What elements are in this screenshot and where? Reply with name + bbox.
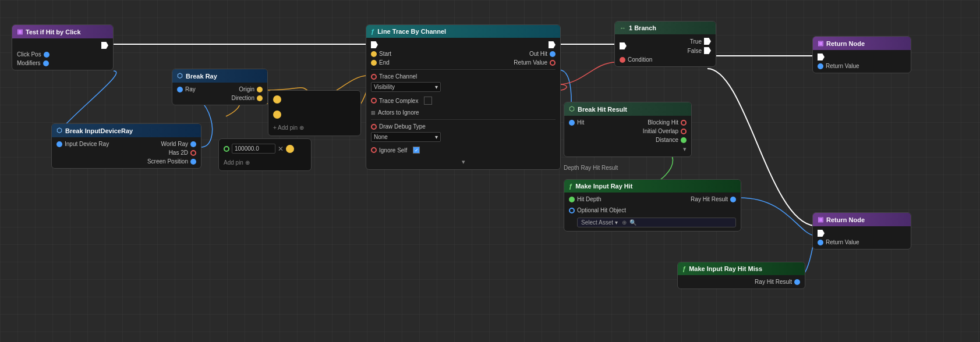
draw-debug-row: Draw Debug Type: [371, 123, 556, 130]
break-ray-header: ⬡ Break Ray: [172, 69, 267, 83]
trace-complex-row: Trace Complex: [371, 97, 556, 105]
modifiers-pin: Modifiers: [17, 60, 108, 66]
draw-debug-label: Draw Debug Type: [379, 123, 426, 130]
ray-in-pin: Ray Origin: [177, 86, 263, 92]
ray-label: Ray: [185, 86, 196, 92]
trace-channel-row: Trace Channel: [371, 73, 556, 80]
return-value-1-label: Return Value: [826, 63, 859, 69]
add-pin-label-2: Add pin ⊕: [224, 159, 250, 166]
break-ray-title: Break Ray: [186, 73, 217, 80]
select-asset-chevron: ▾: [615, 219, 618, 226]
add-pin-node-right: ✕ Add pin ⊕: [218, 138, 312, 171]
input-device-ray-pin: Input Device Ray World Ray: [56, 141, 196, 147]
return-value-1-pin: Return Value: [818, 63, 906, 69]
exec-out-dot: [101, 42, 108, 49]
return-value-dot-trace: [550, 60, 556, 66]
in-pin-2: [273, 111, 356, 119]
screen-pos-dot: [190, 159, 196, 165]
clear-value-icon[interactable]: ✕: [278, 145, 284, 153]
return-exec-in-1: [818, 54, 906, 60]
hit-depth-dot: [569, 197, 575, 202]
ignore-self-checkbox[interactable]: ✓: [413, 147, 420, 154]
initial-overlap-label: Initial Overlap: [643, 128, 678, 134]
return-node-1: ▣ Return Node Return Value: [812, 36, 911, 73]
select-asset-dropdown[interactable]: Select Asset ▾ ⊕ 🔍: [577, 218, 736, 227]
test-if-hit-header: ▣ Test if Hit by Click: [12, 25, 113, 38]
exec-in: [371, 41, 378, 48]
input-device-label: Input Device Ray: [65, 141, 109, 147]
world-ray-label: World Ray: [161, 141, 189, 147]
add-pin-node-left: + Add pin ⊕: [268, 90, 361, 136]
click-pos-label: Click Pos: [17, 51, 41, 58]
actors-grid-icon: ⊞: [371, 110, 376, 116]
optional-hit-label: Optional Hit Object: [577, 207, 626, 213]
trace-channel-label: Trace Channel: [379, 73, 417, 80]
make-input-miss-title: Make Input Ray Hit Miss: [689, 265, 762, 272]
exec-out-pin: [17, 42, 108, 49]
hit-depth-row: Hit Depth Ray Hit Result: [569, 196, 736, 202]
make-input-miss-node: ƒ Make Input Ray Hit Miss Ray Hit Result: [677, 262, 805, 289]
optional-hit-obj-pin: Optional Hit Object: [569, 207, 736, 213]
screen-pos-label: Screen Position: [147, 158, 188, 165]
draw-debug-value: None: [374, 134, 388, 140]
hit-label: Hit: [577, 119, 584, 126]
has-2d-dot: [190, 150, 196, 156]
value-input[interactable]: [232, 144, 275, 154]
line-trace-title: Line Trace By Channel: [377, 28, 446, 35]
condition-pin: Condition: [620, 56, 711, 63]
return-exec-dot-1: [818, 54, 825, 60]
make-input-miss-header: ƒ Make Input Ray Hit Miss: [678, 262, 805, 275]
draw-debug-chevron: ▾: [435, 134, 438, 140]
line-trace-expand[interactable]: ▾: [371, 158, 556, 166]
false-dot: [704, 47, 711, 54]
branch-exec-in: [620, 42, 627, 49]
hit-in-dot: [569, 120, 575, 126]
origin-label: Origin: [239, 86, 254, 92]
out-hit-label: Out Hit: [529, 51, 547, 57]
return-value-2-label: Return Value: [826, 239, 859, 245]
trace-channel-dropdown[interactable]: Visibility ▾: [371, 82, 441, 92]
hit-depth-label: Hit Depth: [577, 196, 602, 202]
modifiers-label: Modifiers: [17, 60, 41, 66]
draw-debug-dropdown[interactable]: None ▾: [371, 132, 441, 142]
add-pin-label-1: + Add pin ⊕: [273, 124, 304, 131]
world-ray-dot: [190, 141, 196, 147]
return-node-2-header: ▣ Return Node: [813, 213, 911, 226]
line-trace-node: ƒ Line Trace By Channel Start Out Hit En…: [366, 24, 561, 170]
distance-dot: [681, 137, 687, 143]
start-dot: [371, 51, 377, 57]
direction-pin: Direction: [177, 95, 263, 101]
return-value-2-dot: [818, 240, 823, 245]
ray-hit-result-dot: [730, 197, 736, 202]
ignore-self-label: Ignore Self: [379, 147, 407, 154]
test-if-hit-title: Test if Hit by Click: [26, 28, 81, 35]
select-asset-search[interactable]: 🔍: [629, 219, 636, 226]
distance-label: Distance: [656, 137, 678, 143]
click-pos-pin: Click Pos: [17, 51, 108, 58]
return-node-1-title: Return Node: [826, 40, 865, 47]
make-input-ray-hit-node: ƒ Make Input Ray Hit Hit Depth Ray Hit R…: [564, 179, 741, 231]
test-if-hit-node: ▣ Test if Hit by Click Click Pos Modifie…: [12, 24, 114, 70]
draw-debug-dot: [371, 124, 377, 130]
screen-pos-pin: Screen Position: [56, 158, 196, 165]
branch-node: ↔ 1 Branch True False Condition: [614, 21, 716, 67]
value-pin-row: ✕: [224, 144, 306, 154]
add-pin-button-2[interactable]: Add pin ⊕: [224, 159, 306, 166]
return-value-label-trace: Return Value: [514, 59, 547, 66]
direction-label: Direction: [232, 95, 254, 101]
trace-complex-checkbox[interactable]: [424, 97, 432, 105]
add-pin-button-1[interactable]: + Add pin ⊕: [273, 124, 356, 131]
select-asset-add[interactable]: ⊕: [622, 219, 627, 226]
in-dot-2: [273, 111, 281, 119]
make-input-ray-hit-header: ƒ Make Input Ray Hit: [564, 180, 741, 193]
ignore-self-dot: [371, 147, 377, 153]
break-hit-result-title: Break Hit Result: [578, 106, 627, 113]
initial-overlap-dot: [681, 129, 687, 134]
trace-channel-value: Visibility: [374, 84, 395, 90]
origin-dot: [257, 87, 263, 92]
start-label: Start: [379, 51, 391, 57]
return-node-2: ▣ Return Node Return Value: [812, 212, 911, 250]
trace-complex-label: Trace Complex: [379, 98, 418, 104]
break-hit-expand[interactable]: ▾: [569, 145, 687, 153]
trace-complex-dot: [371, 98, 377, 104]
